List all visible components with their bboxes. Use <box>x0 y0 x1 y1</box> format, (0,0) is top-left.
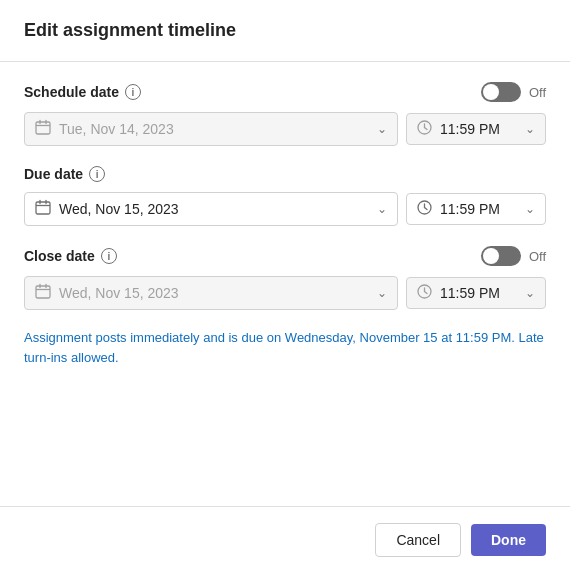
svg-line-6 <box>425 128 428 130</box>
due-date-field-row: Wed, Nov 15, 2023 ⌄ 11:59 PM ⌄ <box>24 192 546 226</box>
close-date-picker[interactable]: Wed, Nov 15, 2023 ⌄ <box>24 276 398 310</box>
close-date-info-icon[interactable]: i <box>101 248 117 264</box>
schedule-date-toggle-group: Off <box>481 82 546 102</box>
due-date-value: Wed, Nov 15, 2023 <box>59 201 369 217</box>
close-date-header: Close date i Off <box>24 246 546 266</box>
schedule-date-label-group: Schedule date i <box>24 84 141 100</box>
cancel-button[interactable]: Cancel <box>375 523 461 557</box>
close-clock-icon <box>417 284 432 302</box>
schedule-date-toggle[interactable] <box>481 82 521 102</box>
due-date-label: Due date <box>24 166 83 182</box>
svg-rect-0 <box>36 122 50 134</box>
due-time-chevron-icon: ⌄ <box>525 202 535 216</box>
title-divider <box>0 61 570 62</box>
due-date-info-icon[interactable]: i <box>89 166 105 182</box>
close-date-toggle[interactable] <box>481 246 521 266</box>
schedule-time-picker[interactable]: 11:59 PM ⌄ <box>406 113 546 145</box>
schedule-date-label: Schedule date <box>24 84 119 100</box>
due-time-value: 11:59 PM <box>440 201 517 217</box>
close-date-toggle-label: Off <box>529 249 546 264</box>
schedule-time-value: 11:59 PM <box>440 121 517 137</box>
due-date-chevron-icon: ⌄ <box>377 202 387 216</box>
schedule-date-value: Tue, Nov 14, 2023 <box>59 121 369 137</box>
info-message: Assignment posts immediately and is due … <box>24 328 546 367</box>
svg-line-20 <box>425 292 428 294</box>
svg-rect-14 <box>36 286 50 298</box>
close-time-value: 11:59 PM <box>440 285 517 301</box>
schedule-date-field-row: Tue, Nov 14, 2023 ⌄ 11:59 PM ⌄ <box>24 112 546 146</box>
close-time-picker[interactable]: 11:59 PM ⌄ <box>406 277 546 309</box>
schedule-clock-icon <box>417 120 432 138</box>
schedule-time-chevron-icon: ⌄ <box>525 122 535 136</box>
due-date-picker[interactable]: Wed, Nov 15, 2023 ⌄ <box>24 192 398 226</box>
edit-assignment-timeline-dialog: Edit assignment timeline Schedule date i… <box>0 0 570 577</box>
close-date-value: Wed, Nov 15, 2023 <box>59 285 369 301</box>
schedule-date-calendar-icon <box>35 119 51 139</box>
dialog-title: Edit assignment timeline <box>24 20 546 41</box>
schedule-date-chevron-icon: ⌄ <box>377 122 387 136</box>
schedule-date-picker[interactable]: Tue, Nov 14, 2023 ⌄ <box>24 112 398 146</box>
close-date-label-group: Close date i <box>24 248 117 264</box>
svg-line-13 <box>425 208 428 210</box>
due-date-section: Due date i Wed, Nov 15, 2023 ⌄ <box>24 166 546 226</box>
due-date-label-group: Due date i <box>24 166 105 182</box>
close-date-label: Close date <box>24 248 95 264</box>
due-time-picker[interactable]: 11:59 PM ⌄ <box>406 193 546 225</box>
due-date-header: Due date i <box>24 166 546 182</box>
done-button[interactable]: Done <box>471 524 546 556</box>
schedule-date-section: Schedule date i Off Tue, Nov 14, 2023 <box>24 82 546 146</box>
svg-rect-7 <box>36 202 50 214</box>
close-date-calendar-icon <box>35 283 51 303</box>
due-date-calendar-icon <box>35 199 51 219</box>
close-time-chevron-icon: ⌄ <box>525 286 535 300</box>
due-clock-icon <box>417 200 432 218</box>
schedule-date-toggle-label: Off <box>529 85 546 100</box>
close-date-toggle-group: Off <box>481 246 546 266</box>
close-date-chevron-icon: ⌄ <box>377 286 387 300</box>
close-date-field-row: Wed, Nov 15, 2023 ⌄ 11:59 PM ⌄ <box>24 276 546 310</box>
schedule-date-header: Schedule date i Off <box>24 82 546 102</box>
schedule-date-info-icon[interactable]: i <box>125 84 141 100</box>
close-date-section: Close date i Off Wed, Nov 15, 2023 <box>24 246 546 310</box>
dialog-footer: Cancel Done <box>24 507 546 577</box>
